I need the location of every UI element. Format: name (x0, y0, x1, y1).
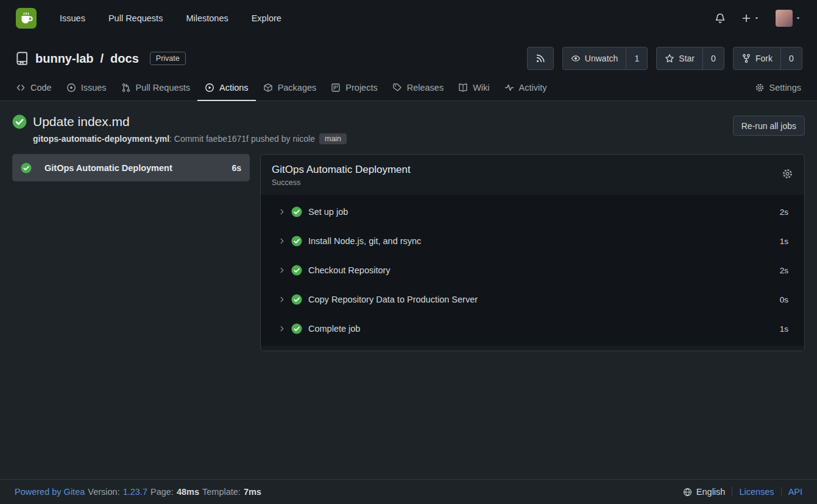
job-panel-header: GitOps Automatic Deployment Success (261, 155, 804, 195)
run-subtitle: gitops-automatic-deployment.yml: Commit … (33, 133, 347, 144)
footer-links: English Licenses API (676, 487, 802, 497)
language-selector[interactable]: English (676, 487, 732, 497)
plus-icon (741, 13, 751, 23)
bell-icon (715, 13, 726, 24)
step-name: Copy Repository Data to Production Serve… (308, 295, 780, 304)
notifications-button[interactable] (715, 13, 726, 24)
tab-releases[interactable]: Releases (385, 76, 451, 101)
run-body: GitOps Automatic Deployment 6s GitOps Au… (0, 154, 817, 351)
version-link[interactable]: 1.23.7 (123, 487, 147, 497)
licenses-item: Licenses (732, 487, 780, 497)
step-duration: 1s (780, 237, 788, 246)
unwatch-button[interactable]: Unwatch (562, 47, 626, 70)
actions-play-icon (205, 83, 214, 93)
create-new-button[interactable] (741, 13, 760, 23)
user-menu-button[interactable] (776, 10, 801, 27)
step-row-complete-job[interactable]: Complete job 1s (261, 314, 804, 343)
page-time-value: 48ms (177, 487, 199, 497)
user-avatar (776, 10, 793, 27)
chevron-right-icon (278, 208, 286, 215)
watch-button-group: Unwatch 1 (562, 47, 648, 70)
tab-pull-requests[interactable]: Pull Requests (114, 76, 197, 101)
footer-meta: Powered by Gitea Version: 1.23.7 Page: 4… (15, 487, 261, 497)
step-success-check-icon (291, 294, 302, 305)
page-time-label: Page: (150, 487, 174, 497)
repo-owner-link[interactable]: bunny-lab (35, 52, 94, 66)
commit-info-text: : Commit faebe1671f pushed by nicole (169, 134, 315, 144)
step-row-checkout-repository[interactable]: Checkout Repository 2s (261, 256, 804, 285)
caret-down-icon (795, 15, 801, 21)
api-item: API (781, 487, 802, 497)
version-label: Version: (88, 487, 119, 497)
rerun-all-jobs-button[interactable]: Re-run all jobs (733, 116, 805, 136)
star-label: Star (679, 54, 695, 63)
step-success-check-icon (291, 236, 302, 247)
run-header: Update index.md gitops-automatic-deploym… (0, 101, 817, 154)
step-row-install-node[interactable]: Install Node.js, git, and rsync 1s (261, 226, 804, 256)
run-header-left: Update index.md gitops-automatic-deploym… (12, 114, 347, 144)
globe-icon (683, 488, 692, 497)
navbar-right (715, 10, 801, 27)
step-success-check-icon (291, 265, 302, 276)
star-button[interactable]: Star (656, 47, 703, 70)
job-list-item[interactable]: GitOps Automatic Deployment 6s (12, 154, 250, 181)
project-board-icon (331, 83, 341, 93)
step-success-check-icon (291, 323, 302, 334)
book-icon (458, 83, 468, 93)
pull-request-icon (121, 83, 131, 93)
template-time-label: Template: (202, 487, 241, 497)
step-row-copy-repository-data[interactable]: Copy Repository Data to Production Serve… (261, 285, 804, 314)
nav-item-milestones[interactable]: Milestones (186, 13, 228, 23)
step-row-set-up-job[interactable]: Set up job 2s (261, 197, 804, 226)
code-icon (16, 83, 26, 93)
chevron-right-icon (278, 237, 286, 245)
powered-by-gitea-link[interactable]: Powered by Gitea (15, 487, 85, 497)
job-options-gear-icon[interactable] (782, 164, 793, 180)
actions-run-page: Update index.md gitops-automatic-deploym… (0, 101, 817, 479)
job-steps-panel: GitOps Automatic Deployment Success Set … (260, 154, 805, 351)
tab-wiki[interactable]: Wiki (451, 76, 497, 101)
chevron-right-icon (278, 296, 286, 303)
job-name: GitOps Automatic Deployment (44, 163, 225, 173)
nav-item-issues[interactable]: Issues (60, 13, 85, 23)
unwatch-label: Unwatch (585, 54, 618, 63)
step-duration: 2s (780, 208, 788, 217)
step-duration: 1s (780, 324, 788, 334)
repo-separator: / (101, 52, 104, 66)
watch-count-button[interactable]: 1 (626, 47, 648, 70)
job-list: GitOps Automatic Deployment 6s (12, 154, 250, 181)
repo-title-row: bunny-lab / docs Private Unwatch 1 (0, 37, 817, 76)
tab-code[interactable]: Code (9, 76, 59, 101)
repo-icon (15, 51, 29, 66)
tab-actions[interactable]: Actions (197, 76, 256, 101)
tab-packages[interactable]: Packages (256, 76, 324, 101)
nav-item-pull-requests[interactable]: Pull Requests (108, 13, 163, 23)
tab-activity[interactable]: Activity (497, 76, 554, 101)
fork-button[interactable]: Fork (733, 47, 781, 70)
caret-down-icon (754, 15, 760, 21)
tag-icon (392, 83, 402, 93)
fork-button-group: Fork 0 (733, 47, 802, 70)
repo-actions: Unwatch 1 Star 0 Fork (527, 47, 802, 70)
repo-name-link[interactable]: docs (110, 52, 139, 66)
fork-count-button[interactable]: 0 (780, 47, 802, 70)
star-icon (665, 54, 674, 63)
tab-projects[interactable]: Projects (324, 76, 384, 101)
star-button-group: Star 0 (656, 47, 724, 70)
issue-icon (66, 83, 76, 93)
job-duration: 6s (232, 163, 241, 173)
branch-badge[interactable]: main (319, 133, 347, 144)
tabs-spacer (554, 76, 747, 100)
licenses-link[interactable]: Licenses (739, 487, 774, 497)
gitea-logo[interactable] (16, 8, 37, 29)
rss-button[interactable] (527, 47, 554, 70)
nav-item-explore[interactable]: Explore (252, 13, 281, 23)
fork-label: Fork (755, 54, 773, 63)
repo-header: bunny-lab / docs Private Unwatch 1 (0, 37, 817, 101)
step-name: Complete job (308, 324, 780, 334)
tab-issues[interactable]: Issues (59, 76, 114, 101)
star-count-button[interactable]: 0 (702, 47, 724, 70)
tab-settings[interactable]: Settings (748, 76, 808, 101)
step-name: Checkout Repository (308, 265, 780, 275)
api-link[interactable]: API (788, 487, 802, 497)
